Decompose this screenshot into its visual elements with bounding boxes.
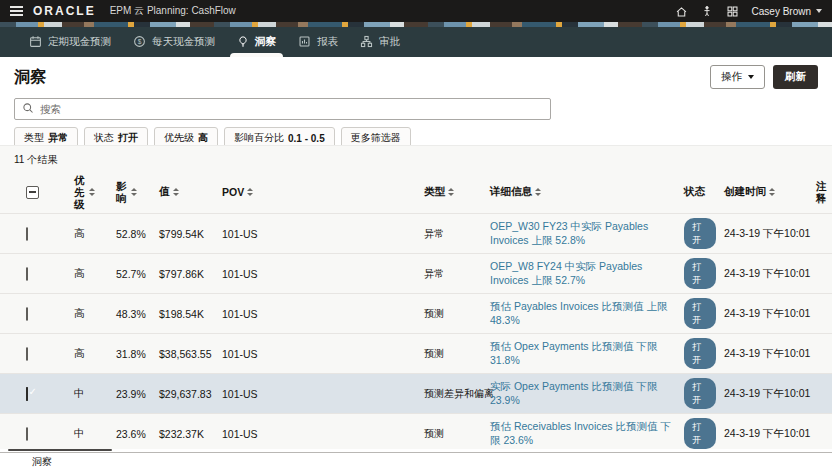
header-impact[interactable]: 影响 <box>112 180 155 204</box>
impact-cell: 52.7% <box>112 264 155 284</box>
detail-link[interactable]: 实际 Opex Payments 比预测值 下限 23.9% <box>490 380 657 405</box>
horizontal-scrollbar[interactable] <box>8 449 112 452</box>
home-icon[interactable] <box>675 5 688 18</box>
actions-button[interactable]: 操作 <box>710 65 765 89</box>
created-cell: 24-3-19 下午10:01 <box>720 383 812 405</box>
notes-cell <box>812 350 832 358</box>
sort-icon[interactable] <box>89 188 95 196</box>
type-cell: 异常 <box>420 263 486 285</box>
row-checkbox[interactable] <box>26 267 28 281</box>
header-details[interactable]: 详细信息 <box>486 185 680 199</box>
search-box[interactable] <box>14 98 551 120</box>
row-checkbox[interactable] <box>26 227 28 241</box>
table-row[interactable]: 高 31.8% $38,563.55 101-US 预测 预估 Opex Pay… <box>0 333 832 373</box>
created-cell: 24-3-19 下午10:01 <box>720 343 812 365</box>
table-header-row: 优先级 影响 值 POV 类型 详细信息 状态 创建时间 注释 <box>0 171 832 213</box>
detail-link[interactable]: OEP_W8 FY24 中实际 Payables Invoices 上限 52.… <box>490 260 642 285</box>
user-name: Casey Brown <box>752 6 811 17</box>
header-type[interactable]: 类型 <box>420 185 486 199</box>
value-cell: $797.86K <box>155 264 218 284</box>
page-title: 洞察 <box>14 67 46 88</box>
table-body: 高 52.8% $799.54K 101-US 异常 OEP_W30 FY23 … <box>0 213 832 449</box>
value-cell: $38,563.55 <box>155 344 218 364</box>
created-cell: 24-3-19 下午10:01 <box>720 263 812 285</box>
tab-reports[interactable]: 报表 <box>287 27 349 57</box>
filter-chip-name: 更多筛选器 <box>351 131 401 145</box>
table-row[interactable]: 中 23.9% $29,637.83 101-US 预测差异和偏离 实际 Ope… <box>0 373 832 413</box>
lightbulb-icon <box>237 35 249 50</box>
tab-daily-cash-forecast[interactable]: $ 每天现金预测 <box>122 27 226 57</box>
header-status: 状态 <box>680 185 720 199</box>
sort-icon[interactable] <box>131 188 137 196</box>
accessibility-icon[interactable] <box>701 5 713 18</box>
detail-link[interactable]: 预估 Opex Payments 比预测值 下限 31.8% <box>490 340 657 365</box>
select-all-checkbox[interactable] <box>26 186 39 199</box>
row-checkbox[interactable] <box>26 427 28 441</box>
filter-chip-value: 打开 <box>118 131 138 145</box>
created-cell: 24-3-19 下午10:01 <box>720 303 812 325</box>
header-value[interactable]: 值 <box>155 185 218 199</box>
sort-icon[interactable] <box>535 188 541 196</box>
impact-cell: 52.8% <box>112 224 155 244</box>
approvals-hierarchy-icon <box>360 35 373 50</box>
calendar-icon <box>29 35 42 50</box>
table-row[interactable]: 中 23.6% $232.37K 101-US 预测 预估 Receivable… <box>0 413 832 449</box>
nav-bar: 定期现金预测 $ 每天现金预测 洞察 报表 审批 <box>0 27 832 57</box>
sort-icon[interactable] <box>247 188 253 196</box>
tab-label: 报表 <box>317 35 338 49</box>
type-cell: 预测 <box>420 303 486 325</box>
table-row[interactable]: 高 48.3% $198.54K 101-US 预测 预估 Payables I… <box>0 293 832 333</box>
tab-periodic-cash-forecast[interactable]: 定期现金预测 <box>18 27 122 57</box>
report-icon <box>298 35 311 50</box>
tab-label: 审批 <box>379 35 400 49</box>
header-created[interactable]: 创建时间 <box>720 185 812 199</box>
detail-link[interactable]: OEP_W30 FY23 中实际 Payables Invoices 上限 52… <box>490 220 648 245</box>
status-badge: 打开 <box>684 338 716 369</box>
notes-cell <box>812 390 832 398</box>
sort-icon[interactable] <box>769 188 775 196</box>
search-icon <box>22 100 34 118</box>
priority-cell: 中 <box>70 383 112 405</box>
notes-cell <box>812 230 832 238</box>
detail-link[interactable]: 预估 Payables Invoices 比预测值 上限 48.3% <box>490 300 667 325</box>
filter-chip-value: 0.1 - 0.5 <box>288 133 325 144</box>
apps-grid-icon[interactable] <box>726 5 739 18</box>
chevron-down-icon <box>748 75 754 79</box>
impact-cell: 31.8% <box>112 344 155 364</box>
priority-cell: 高 <box>70 263 112 285</box>
priority-cell: 高 <box>70 303 112 325</box>
chevron-down-icon <box>816 9 822 13</box>
app-title: EPM 云 Planning: CashFlow <box>110 4 236 18</box>
header-pov[interactable]: POV <box>218 186 420 198</box>
tab-insights[interactable]: 洞察 <box>226 27 287 57</box>
tab-approvals[interactable]: 审批 <box>349 27 411 57</box>
row-checkbox[interactable] <box>26 387 28 401</box>
menu-icon[interactable] <box>10 6 23 16</box>
search-input[interactable] <box>40 103 543 115</box>
page-header: 洞察 操作 刷新 类型 异常 状态 打开 优先级 高 影响百分比 0.1 - 0… <box>0 57 832 149</box>
user-menu[interactable]: Casey Brown <box>752 6 822 17</box>
row-checkbox[interactable] <box>26 347 28 361</box>
type-cell: 异常 <box>420 223 486 245</box>
header-notes: 注释 <box>812 180 832 204</box>
value-cell: $29,637.83 <box>155 384 218 404</box>
table-row[interactable]: 高 52.7% $797.86K 101-US 异常 OEP_W8 FY24 中… <box>0 253 832 293</box>
sort-icon[interactable] <box>173 188 179 196</box>
status-badge: 打开 <box>684 418 716 449</box>
pov-cell: 101-US <box>218 264 420 284</box>
status-badge: 打开 <box>684 378 716 409</box>
sort-icon[interactable] <box>448 188 454 196</box>
detail-link[interactable]: 预估 Receivables Invoices 比预测值 下限 23.6% <box>490 420 671 445</box>
pov-cell: 101-US <box>218 344 420 364</box>
filter-chip-value: 异常 <box>48 131 68 145</box>
type-cell: 预测 <box>420 343 486 365</box>
actions-button-label: 操作 <box>721 70 742 84</box>
row-checkbox[interactable] <box>26 307 28 321</box>
priority-cell: 高 <box>70 343 112 365</box>
refresh-button[interactable]: 刷新 <box>773 65 818 89</box>
table-row[interactable]: 高 52.8% $799.54K 101-US 异常 OEP_W30 FY23 … <box>0 213 832 253</box>
header-priority[interactable]: 优先级 <box>70 174 112 210</box>
pov-cell: 101-US <box>218 424 420 444</box>
type-cell: 预测 <box>420 423 486 445</box>
priority-cell: 中 <box>70 423 112 445</box>
